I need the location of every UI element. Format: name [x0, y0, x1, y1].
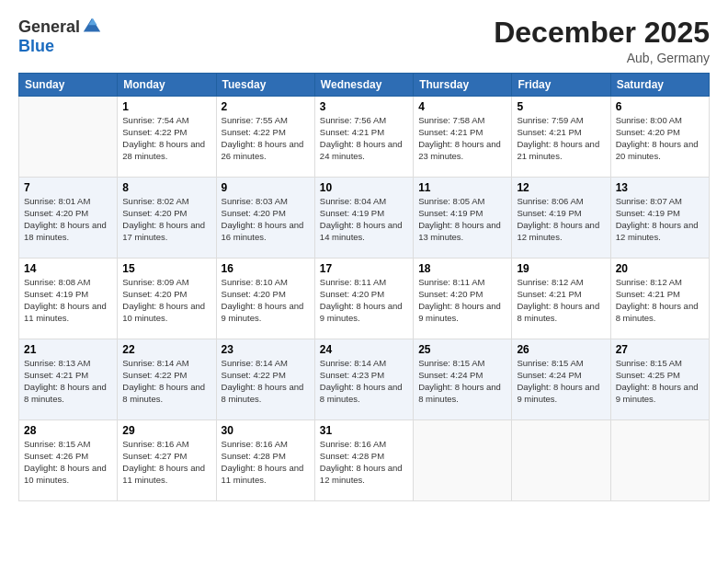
sunrise-text: Sunrise: 8:09 AM — [122, 277, 188, 287]
sunset-text: Sunset: 4:22 PM — [122, 370, 187, 380]
daylight-text: Daylight: 8 hours and 8 minutes. — [320, 382, 403, 404]
day-info: Sunrise: 8:07 AMSunset: 4:19 PMDaylight:… — [616, 196, 704, 243]
daylight-text: Daylight: 8 hours and 20 minutes. — [616, 139, 699, 161]
table-row: 17Sunrise: 8:11 AMSunset: 4:20 PMDayligh… — [314, 259, 413, 339]
sunrise-text: Sunrise: 8:08 AM — [24, 277, 90, 287]
daylight-text: Daylight: 8 hours and 14 minutes. — [320, 220, 403, 242]
sunset-text: Sunset: 4:20 PM — [222, 208, 286, 218]
daylight-text: Daylight: 8 hours and 8 minutes. — [616, 301, 699, 323]
day-info: Sunrise: 8:16 AMSunset: 4:28 PMDaylight:… — [320, 439, 408, 486]
day-number: 7 — [24, 181, 112, 194]
table-row — [512, 420, 610, 501]
table-row: 16Sunrise: 8:10 AMSunset: 4:20 PMDayligh… — [216, 259, 314, 339]
day-info: Sunrise: 7:56 AMSunset: 4:21 PMDaylight:… — [320, 115, 408, 162]
day-number: 26 — [517, 343, 605, 356]
table-row: 27Sunrise: 8:15 AMSunset: 4:25 PMDayligh… — [610, 339, 709, 420]
day-info: Sunrise: 8:04 AMSunset: 4:19 PMDaylight:… — [320, 196, 408, 243]
table-row: 19Sunrise: 8:12 AMSunset: 4:21 PMDayligh… — [512, 259, 610, 339]
sunset-text: Sunset: 4:20 PM — [320, 289, 384, 299]
sunset-text: Sunset: 4:21 PM — [517, 127, 581, 137]
table-row: 7Sunrise: 8:01 AMSunset: 4:20 PMDaylight… — [19, 178, 118, 259]
sunset-text: Sunset: 4:20 PM — [616, 127, 680, 137]
day-number: 28 — [24, 424, 112, 437]
day-number: 29 — [122, 424, 210, 437]
day-number: 25 — [418, 343, 506, 356]
daylight-text: Daylight: 8 hours and 11 minutes. — [222, 463, 304, 485]
table-row: 9Sunrise: 8:03 AMSunset: 4:20 PMDaylight… — [216, 178, 314, 259]
day-number: 23 — [222, 343, 310, 356]
sunset-text: Sunset: 4:24 PM — [517, 370, 581, 380]
sunrise-text: Sunrise: 8:16 AM — [222, 439, 288, 449]
day-number: 19 — [517, 262, 605, 275]
day-info: Sunrise: 8:11 AMSunset: 4:20 PMDaylight:… — [320, 277, 408, 324]
sunset-text: Sunset: 4:20 PM — [122, 289, 187, 299]
day-info: Sunrise: 7:58 AMSunset: 4:21 PMDaylight:… — [418, 115, 506, 162]
calendar-week-row: 14Sunrise: 8:08 AMSunset: 4:19 PMDayligh… — [19, 259, 710, 339]
table-row: 22Sunrise: 8:14 AMSunset: 4:22 PMDayligh… — [118, 339, 216, 420]
daylight-text: Daylight: 8 hours and 9 minutes. — [418, 301, 501, 323]
day-info: Sunrise: 8:02 AMSunset: 4:20 PMDaylight:… — [122, 196, 210, 243]
day-info: Sunrise: 8:15 AMSunset: 4:25 PMDaylight:… — [616, 358, 704, 405]
daylight-text: Daylight: 8 hours and 24 minutes. — [320, 139, 403, 161]
location: Aub, Germany — [494, 51, 710, 65]
table-row: 14Sunrise: 8:08 AMSunset: 4:19 PMDayligh… — [19, 259, 118, 339]
sunset-text: Sunset: 4:22 PM — [222, 370, 286, 380]
sunset-text: Sunset: 4:19 PM — [616, 208, 680, 218]
sunset-text: Sunset: 4:24 PM — [418, 370, 483, 380]
sunset-text: Sunset: 4:21 PM — [418, 127, 483, 137]
daylight-text: Daylight: 8 hours and 21 minutes. — [517, 139, 599, 161]
day-info: Sunrise: 8:15 AMSunset: 4:24 PMDaylight:… — [517, 358, 605, 405]
day-info: Sunrise: 7:59 AMSunset: 4:21 PMDaylight:… — [517, 115, 605, 162]
sunrise-text: Sunrise: 8:15 AM — [24, 439, 90, 449]
day-number: 13 — [616, 181, 704, 194]
daylight-text: Daylight: 8 hours and 8 minutes. — [517, 301, 599, 323]
sunrise-text: Sunrise: 8:11 AM — [320, 277, 386, 287]
table-row — [414, 420, 512, 501]
day-number: 14 — [24, 262, 112, 275]
table-row: 31Sunrise: 8:16 AMSunset: 4:28 PMDayligh… — [314, 420, 413, 501]
table-row: 11Sunrise: 8:05 AMSunset: 4:19 PMDayligh… — [414, 178, 512, 259]
day-number: 18 — [418, 262, 506, 275]
daylight-text: Daylight: 8 hours and 8 minutes. — [418, 382, 501, 404]
table-row: 12Sunrise: 8:06 AMSunset: 4:19 PMDayligh… — [512, 178, 610, 259]
table-row: 30Sunrise: 8:16 AMSunset: 4:28 PMDayligh… — [216, 420, 314, 501]
sunrise-text: Sunrise: 7:55 AM — [222, 115, 288, 125]
daylight-text: Daylight: 8 hours and 12 minutes. — [517, 220, 599, 242]
daylight-text: Daylight: 8 hours and 23 minutes. — [418, 139, 501, 161]
day-info: Sunrise: 8:14 AMSunset: 4:22 PMDaylight:… — [122, 358, 210, 405]
day-info: Sunrise: 8:03 AMSunset: 4:20 PMDaylight:… — [222, 196, 310, 243]
daylight-text: Daylight: 8 hours and 9 minutes. — [222, 301, 304, 323]
sunrise-text: Sunrise: 7:54 AM — [122, 115, 188, 125]
day-number: 4 — [418, 100, 506, 113]
sunrise-text: Sunrise: 7:58 AM — [418, 115, 484, 125]
sunset-text: Sunset: 4:21 PM — [320, 127, 384, 137]
sunset-text: Sunset: 4:20 PM — [222, 289, 286, 299]
sunrise-text: Sunrise: 8:13 AM — [24, 358, 90, 368]
day-info: Sunrise: 8:00 AMSunset: 4:20 PMDaylight:… — [616, 115, 704, 162]
col-tuesday: Tuesday — [216, 74, 314, 97]
table-row: 3Sunrise: 7:56 AMSunset: 4:21 PMDaylight… — [314, 97, 413, 178]
table-row: 2Sunrise: 7:55 AMSunset: 4:22 PMDaylight… — [216, 97, 314, 178]
sunset-text: Sunset: 4:22 PM — [122, 127, 187, 137]
table-row: 24Sunrise: 8:14 AMSunset: 4:23 PMDayligh… — [314, 339, 413, 420]
day-info: Sunrise: 8:05 AMSunset: 4:19 PMDaylight:… — [418, 196, 506, 243]
sunset-text: Sunset: 4:25 PM — [616, 370, 680, 380]
calendar-week-row: 7Sunrise: 8:01 AMSunset: 4:20 PMDaylight… — [19, 178, 710, 259]
sunset-text: Sunset: 4:20 PM — [418, 289, 483, 299]
table-row: 10Sunrise: 8:04 AMSunset: 4:19 PMDayligh… — [314, 178, 413, 259]
sunrise-text: Sunrise: 8:12 AM — [517, 277, 583, 287]
sunset-text: Sunset: 4:19 PM — [320, 208, 384, 218]
table-row: 4Sunrise: 7:58 AMSunset: 4:21 PMDaylight… — [414, 97, 512, 178]
sunset-text: Sunset: 4:28 PM — [222, 451, 286, 461]
sunrise-text: Sunrise: 8:14 AM — [222, 358, 288, 368]
day-number: 22 — [122, 343, 210, 356]
sunrise-text: Sunrise: 8:01 AM — [24, 196, 90, 206]
sunrise-text: Sunrise: 8:05 AM — [418, 196, 484, 206]
sunrise-text: Sunrise: 8:02 AM — [122, 196, 188, 206]
sunrise-text: Sunrise: 7:59 AM — [517, 115, 583, 125]
title-area: December 2025 Aub, Germany — [494, 17, 710, 65]
day-number: 24 — [320, 343, 408, 356]
daylight-text: Daylight: 8 hours and 17 minutes. — [122, 220, 205, 242]
day-info: Sunrise: 8:08 AMSunset: 4:19 PMDaylight:… — [24, 277, 112, 324]
header: General Blue December 2025 Aub, Germany — [18, 17, 710, 65]
